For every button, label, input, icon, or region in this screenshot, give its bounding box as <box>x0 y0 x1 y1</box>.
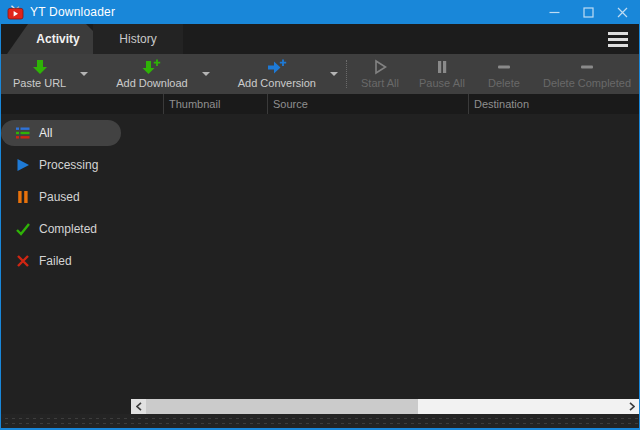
paste-url-dropdown[interactable] <box>74 54 94 94</box>
column-header-spacer <box>1 94 163 114</box>
start-all-play-icon <box>372 59 388 75</box>
chevron-left-icon <box>136 402 142 411</box>
sidebar-item-completed[interactable]: Completed <box>1 213 131 245</box>
processing-play-icon <box>16 158 30 172</box>
add-download-dropdown[interactable] <box>196 54 216 94</box>
download-list-empty <box>131 114 639 399</box>
sidebar-item-paused[interactable]: Paused <box>1 181 131 213</box>
toolbar: Paste URL Add Download <box>1 54 639 94</box>
tab-history-label: History <box>119 32 156 46</box>
sidebar-item-failed[interactable]: Failed <box>1 245 131 277</box>
delete-label: Delete <box>488 77 520 89</box>
paste-url-button[interactable]: Paste URL <box>5 54 74 94</box>
add-conversion-button[interactable]: Add Conversion <box>230 54 324 94</box>
sidebar-item-processing[interactable]: Processing <box>1 149 131 181</box>
hamburger-menu-button[interactable] <box>606 28 630 51</box>
sidebar-item-all[interactable]: All <box>1 120 121 146</box>
delete-button[interactable]: Delete <box>473 54 535 94</box>
tab-activity[interactable]: Activity <box>7 24 93 54</box>
sidebar-item-label: Paused <box>39 190 80 204</box>
horizontal-scrollbar[interactable] <box>131 399 639 414</box>
scroll-left-button[interactable] <box>131 399 146 414</box>
add-conversion-dropdown[interactable] <box>324 54 344 94</box>
sidebar-item-label: All <box>39 126 52 140</box>
titlebar: YT Downloader <box>1 0 639 24</box>
add-download-arrow-plus-icon <box>142 59 161 75</box>
toolbar-disabled-group: Start All Pause All Delete <box>349 54 639 94</box>
completed-check-icon <box>16 222 30 236</box>
app-window: YT Downloader Activity History <box>0 0 640 430</box>
chevron-right-icon <box>629 402 635 411</box>
pause-all-icon <box>434 59 450 75</box>
paused-pause-icon <box>16 190 30 204</box>
delete-completed-dash-icon <box>579 59 595 75</box>
delete-completed-button[interactable]: Delete Completed <box>535 54 639 94</box>
start-all-button[interactable]: Start All <box>349 54 411 94</box>
tab-history[interactable]: History <box>93 24 183 54</box>
toolbar-separator <box>346 60 347 88</box>
window-title: YT Downloader <box>30 5 115 19</box>
add-conversion-arrow-plus-icon <box>267 59 287 75</box>
pause-all-label: Pause All <box>419 77 465 89</box>
pause-all-button[interactable]: Pause All <box>411 54 473 94</box>
close-button[interactable] <box>605 0 639 24</box>
add-conversion-label: Add Conversion <box>238 77 316 89</box>
add-download-button[interactable]: Add Download <box>108 54 196 94</box>
scrollbar-track[interactable] <box>418 399 624 414</box>
scroll-right-button[interactable] <box>624 399 639 414</box>
minimize-icon <box>549 7 560 18</box>
chevron-down-icon <box>330 72 338 76</box>
close-icon <box>617 7 628 18</box>
delete-dash-icon <box>496 59 512 75</box>
window-controls <box>537 0 639 24</box>
maximize-button[interactable] <box>571 0 605 24</box>
failed-x-icon <box>16 254 30 268</box>
column-header-source[interactable]: Source <box>267 94 468 114</box>
status-strip <box>1 414 639 428</box>
start-all-label: Start All <box>361 77 399 89</box>
list-column-headers: Thumbnail Source Destination <box>1 94 639 114</box>
scrollbar-thumb[interactable] <box>146 399 418 414</box>
hamburger-icon <box>608 32 628 35</box>
filter-all-icon <box>16 126 30 140</box>
scrollbar-spacer <box>1 399 131 414</box>
tab-activity-label: Activity <box>36 32 79 46</box>
column-header-destination[interactable]: Destination <box>468 94 639 114</box>
chevron-down-icon <box>80 72 88 76</box>
sidebar-item-label: Failed <box>39 254 72 268</box>
minimize-button[interactable] <box>537 0 571 24</box>
filter-sidebar: All Processing Paused <box>1 114 131 399</box>
app-logo-icon <box>7 5 24 20</box>
sidebar-item-label: Processing <box>39 158 98 172</box>
column-header-thumbnail[interactable]: Thumbnail <box>163 94 267 114</box>
tab-bar: Activity History <box>1 24 639 54</box>
paste-url-down-arrow-icon <box>32 59 48 75</box>
delete-completed-label: Delete Completed <box>543 77 631 89</box>
maximize-icon <box>583 7 594 18</box>
content-area: All Processing Paused <box>1 114 639 399</box>
add-download-label: Add Download <box>116 77 188 89</box>
paste-url-label: Paste URL <box>13 77 66 89</box>
scrollbar-row <box>1 399 639 414</box>
chevron-down-icon <box>202 72 210 76</box>
sidebar-item-label: Completed <box>39 222 97 236</box>
